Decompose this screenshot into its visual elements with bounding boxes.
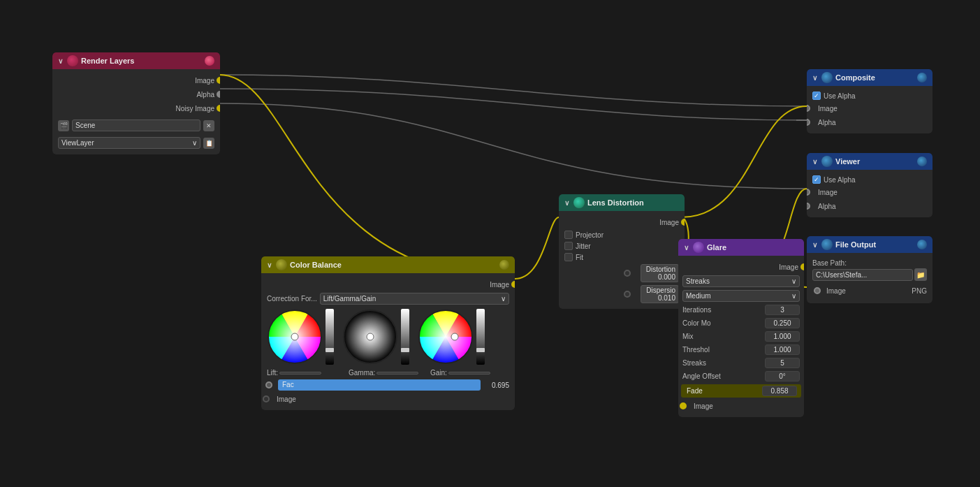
iterations-value[interactable]: 3 (765, 305, 800, 315)
projector-checkbox[interactable] (564, 231, 573, 239)
node-icon-cb (276, 259, 287, 270)
g-image-output-row: Image (678, 399, 804, 413)
svg-point-12 (451, 333, 458, 340)
composite-alpha-input-socket[interactable] (807, 119, 810, 126)
gamma-group: Gamma: (349, 369, 427, 377)
basepath-field[interactable]: C:\Users\Stefa... (812, 269, 913, 281)
cb-image-output-label: Image (277, 395, 296, 403)
gain-label: Gain: (430, 369, 447, 377)
dispersio-field[interactable]: Dispersio 0.010 (641, 285, 679, 303)
alpha-output-row: Alpha (52, 87, 220, 101)
svg-point-5 (291, 333, 298, 340)
noisy-image-output-row: Noisy Image (52, 101, 220, 115)
scene-icon: 🎬 (58, 120, 69, 131)
fac-bar[interactable]: Fac (278, 379, 481, 391)
gain-value-field[interactable] (448, 372, 490, 375)
composite-title: Composite (835, 73, 875, 82)
angle-offset-label: Angle Offset (682, 372, 721, 380)
g-image-input-label: Image (779, 263, 798, 271)
image-output-label: Image (195, 77, 214, 85)
fit-checkbox[interactable] (564, 253, 573, 261)
angle-offset-row: Angle Offset 0° (678, 370, 804, 383)
gamma-wheel-container (342, 309, 398, 365)
composite-image-input-row: Image (807, 101, 933, 115)
collapse-arrow-c[interactable]: ∨ (812, 74, 817, 82)
file-output-title: File Output (835, 240, 876, 249)
jitter-label: Jitter (576, 242, 591, 250)
cb-image-output-socket[interactable] (263, 395, 270, 402)
viewer-alpha-input-socket[interactable] (807, 203, 810, 210)
correction-dropdown-arrow: ∨ (501, 295, 506, 303)
composite-use-alpha-checkbox[interactable] (812, 92, 821, 100)
g-image-input-row: Image (678, 260, 804, 274)
mix-value[interactable]: 1.000 (765, 331, 800, 342)
glare-node: ∨ Glare Image Streaks ∨ Medium (678, 239, 804, 417)
composite-header: ∨ Composite (807, 69, 933, 86)
distortion-value: 0.000 (658, 273, 675, 281)
glare-quality-select[interactable]: Medium ∨ (682, 290, 800, 302)
noisy-image-output-socket[interactable] (217, 105, 220, 112)
fac-value: 0.695 (485, 381, 509, 389)
node-icon-g (693, 242, 704, 253)
viewlayer-field[interactable]: ViewLayer ∨ (58, 137, 200, 149)
fac-row: Fac 0.695 (261, 378, 515, 392)
color-balance-node: ∨ Color Balance Image Correction For... … (261, 256, 515, 410)
glare-type-select[interactable]: Streaks ∨ (682, 275, 800, 287)
distortion-row: Distortion 0.000 (559, 263, 685, 284)
fade-value[interactable]: 0.858 (762, 386, 797, 396)
collapse-arrow-v[interactable]: ∨ (812, 158, 817, 166)
file-output-header: ∨ File Output (807, 236, 933, 253)
fo-image-input-socket[interactable] (814, 287, 821, 294)
dispersio-socket[interactable] (624, 291, 631, 298)
image-output-socket[interactable] (217, 77, 220, 84)
g-image-input-socket[interactable] (800, 263, 804, 270)
alpha-output-socket[interactable] (217, 91, 220, 98)
correction-select[interactable]: Lift/Gamma/Gain ∨ (320, 293, 509, 305)
collapse-arrow-fo[interactable]: ∨ (812, 241, 817, 249)
fac-bar-label: Fac (278, 381, 294, 388)
gamma-value-field[interactable] (376, 372, 418, 375)
angle-offset-value[interactable]: 0° (765, 371, 800, 381)
ld-image-input-socket[interactable] (681, 219, 685, 226)
distortion-socket[interactable] (624, 270, 631, 277)
scene-field[interactable]: Scene (72, 119, 200, 131)
collapse-arrow-cb[interactable]: ∨ (267, 261, 272, 269)
dispersio-row: Dispersio 0.010 (559, 284, 685, 305)
composite-image-input-socket[interactable] (807, 105, 810, 112)
lift-value-field[interactable] (279, 372, 321, 375)
composite-alpha-input-row: Alpha (807, 115, 933, 129)
mix-row: Mix 1.000 (678, 330, 804, 343)
viewer-use-alpha-checkbox[interactable] (812, 175, 821, 184)
streaks-value[interactable]: 5 (765, 358, 800, 368)
gamma-color-wheel (342, 309, 398, 365)
viewlayer-edit-button[interactable]: 📋 (203, 138, 214, 149)
g-image-output-socket[interactable] (680, 402, 687, 409)
correction-mode-value: Lift/Gamma/Gain (323, 295, 376, 303)
color-mo-label: Color Mo (682, 319, 711, 327)
collapse-arrow-g[interactable]: ∨ (684, 244, 689, 252)
basepath-row: Base Path: C:\Users\Stefa... 📁 (807, 257, 933, 282)
viewer-image-input-socket[interactable] (807, 189, 810, 196)
jitter-checkbox[interactable] (564, 242, 573, 250)
cb-image-input-socket[interactable] (511, 281, 515, 288)
gain-slider[interactable] (476, 309, 485, 365)
node-icon-ld (573, 197, 585, 208)
viewer-node: ∨ Viewer Use Alpha Image Alpha (807, 153, 933, 217)
color-balance-header: ∨ Color Balance (261, 256, 515, 273)
cb-image-output-row: Image (261, 392, 515, 406)
gamma-slider[interactable] (401, 309, 409, 365)
streaks-label: Streaks (682, 359, 706, 367)
projector-checkbox-row: Projector (559, 229, 685, 240)
lens-distortion-title: Lens Distortion (587, 198, 644, 207)
collapse-arrow[interactable]: ∨ (58, 57, 63, 65)
threshol-value[interactable]: 1.000 (765, 344, 800, 355)
values-row: Lift: Gamma: Gain: (261, 368, 515, 378)
viewlayer-arrow: ∨ (192, 139, 197, 147)
color-mo-value[interactable]: 0.250 (765, 318, 800, 328)
lift-slider[interactable] (326, 309, 334, 365)
folder-browse-button[interactable]: 📁 (914, 268, 927, 281)
distortion-field[interactable]: Distortion 0.000 (641, 264, 679, 282)
scene-clear-button[interactable]: ✕ (203, 120, 214, 131)
fac-socket[interactable] (265, 381, 272, 388)
collapse-arrow-ld[interactable]: ∨ (564, 199, 569, 207)
